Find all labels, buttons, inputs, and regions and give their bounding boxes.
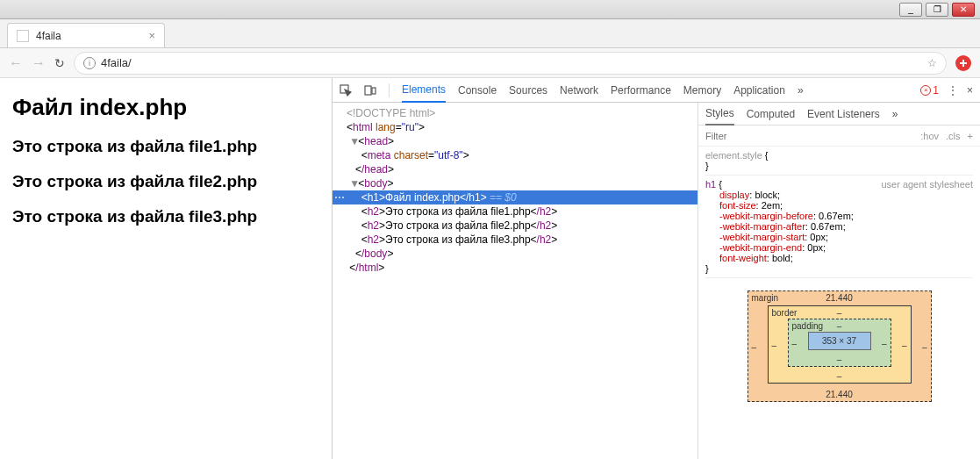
styles-tab-styles[interactable]: Styles — [705, 103, 734, 126]
svg-rect-4 — [372, 88, 376, 94]
browser-tab[interactable]: 4faila × — [7, 23, 165, 47]
inspect-icon[interactable] — [340, 84, 352, 97]
dom-selected-node: <h1>Файл index.php</h1> == $0 — [333, 190, 697, 204]
workspace: Файл index.php Это строка из файла file1… — [0, 78, 980, 459]
address-bar: ← → ↻ i 4faila/ ☆ — [0, 48, 980, 78]
devtools-close-icon[interactable]: × — [967, 84, 973, 97]
svg-rect-1 — [960, 62, 967, 64]
box-model[interactable]: margin 21.440 – – border – – – padding — [748, 290, 932, 402]
page-heading: Файл index.php — [12, 94, 319, 121]
devtools: Elements Console Sources Network Perform… — [332, 78, 980, 459]
page-line: Это строка из файла file1.php — [12, 137, 319, 156]
css-rule: element.style {} — [705, 150, 973, 176]
omnibox[interactable]: i 4faila/ ☆ — [74, 52, 947, 75]
styles-tabs: Styles Computed Event Listeners » — [698, 103, 980, 126]
tab-application[interactable]: Application — [733, 79, 785, 102]
page-line: Это строка из файла file2.php — [12, 172, 319, 191]
styles-rules[interactable]: element.style {} user agent stylesheet h… — [698, 147, 980, 459]
bookmark-star-icon[interactable]: ☆ — [927, 57, 937, 69]
styles-tab-listeners[interactable]: Event Listeners — [807, 104, 880, 125]
window-minimize-button[interactable]: _ — [899, 3, 922, 17]
tab-close-icon[interactable]: × — [148, 29, 155, 42]
tabs-overflow-icon[interactable]: » — [798, 79, 804, 102]
devtools-menu-icon[interactable]: ⋮ — [948, 84, 958, 97]
tab-performance[interactable]: Performance — [611, 79, 671, 102]
separator — [389, 83, 390, 97]
devtools-toolbar: Elements Console Sources Network Perform… — [333, 78, 980, 103]
styles-filter-input[interactable] — [705, 131, 913, 141]
tab-memory[interactable]: Memory — [683, 79, 721, 102]
favicon-icon — [17, 30, 29, 42]
cls-toggle[interactable]: .cls — [946, 131, 961, 141]
window-maximize-button[interactable]: ❐ — [926, 3, 948, 17]
window-close-button[interactable]: ✕ — [952, 3, 975, 17]
window-titlebar: _ ❐ ✕ — [0, 0, 980, 19]
page-line: Это строка из файла file3.php — [12, 207, 319, 226]
tab-console[interactable]: Console — [458, 79, 497, 102]
tab-title: 4faila — [36, 30, 61, 42]
rendered-page: Файл index.php Это строка из файла file1… — [0, 78, 332, 459]
tab-elements[interactable]: Elements — [402, 78, 446, 103]
css-rule: user agent stylesheet h1 { display: bloc… — [705, 179, 973, 278]
forward-button[interactable]: → — [32, 55, 46, 71]
svg-rect-3 — [365, 86, 371, 95]
device-toggle-icon[interactable] — [364, 84, 376, 97]
hov-toggle[interactable]: :hov — [920, 131, 939, 141]
tab-network[interactable]: Network — [560, 79, 598, 102]
styles-panel: Styles Computed Event Listeners » :hov .… — [697, 103, 980, 459]
devtools-body: <!DOCTYPE html> <html lang="ru"> ▼<head>… — [333, 103, 980, 459]
styles-tab-computed[interactable]: Computed — [747, 104, 795, 125]
reload-button[interactable]: ↻ — [54, 56, 65, 70]
dom-tree[interactable]: <!DOCTYPE html> <html lang="ru"> ▼<head>… — [333, 103, 697, 459]
box-model-content: 353 × 37 — [808, 332, 871, 350]
url-text: 4faila/ — [101, 56, 132, 69]
styles-filter-bar: :hov .cls + — [698, 126, 980, 147]
tab-sources[interactable]: Sources — [509, 79, 547, 102]
browser-tab-bar: 4faila × — [0, 19, 980, 48]
styles-tabs-overflow-icon[interactable]: » — [892, 104, 898, 125]
new-rule-button[interactable]: + — [968, 131, 973, 141]
back-button[interactable]: ← — [9, 55, 23, 71]
site-info-icon[interactable]: i — [83, 57, 96, 69]
error-badge[interactable]: ×1 — [920, 84, 939, 97]
extension-icon[interactable] — [955, 55, 971, 71]
